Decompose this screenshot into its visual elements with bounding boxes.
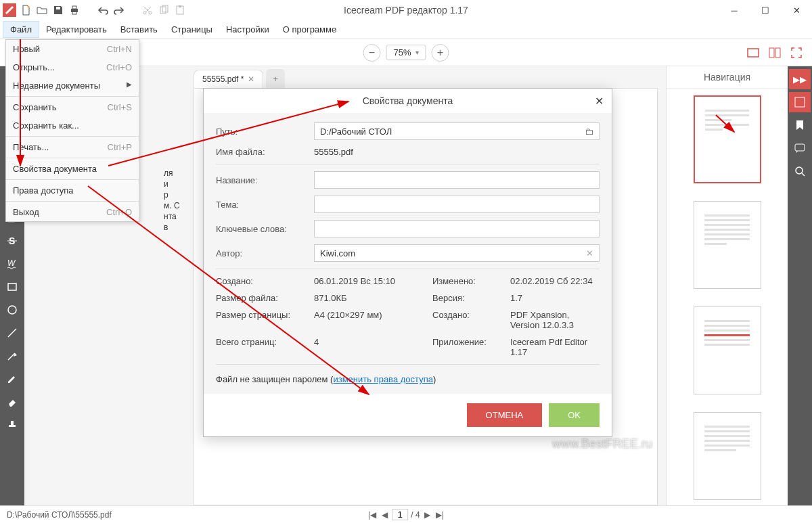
right-toolbar: ▶▶ [788, 66, 812, 505]
dd-recent[interactable]: Недавние документы▶ [6, 76, 139, 95]
subject-input[interactable] [314, 196, 600, 213]
fit-width-icon[interactable] [744, 44, 762, 62]
zoom-out-button[interactable]: − [363, 44, 380, 62]
page-total: / 4 [411, 510, 420, 520]
strikethrough-tool[interactable]: S [1, 230, 23, 252]
search-icon[interactable] [789, 161, 811, 181]
svg-text:W: W [7, 258, 16, 268]
minimize-button[interactable]: ─ [719, 0, 750, 20]
next-page-button[interactable]: ▶ [423, 510, 432, 520]
doc-properties-dialog: Свойства документа ✕ Путь:D:/Рабочий СТО… [203, 88, 612, 437]
svg-point-26 [796, 167, 803, 174]
thumbnails-icon[interactable] [789, 92, 811, 112]
window-controls: ─ ☐ ✕ [719, 0, 812, 20]
dd-doc-properties[interactable]: Свойства документа [6, 160, 139, 178]
thumb-3[interactable] [694, 306, 761, 394]
menu-file[interactable]: Файл [3, 21, 39, 38]
created-value: 06.01.2019 Вс 15:10 [314, 276, 432, 286]
add-tab-button[interactable]: + [266, 69, 285, 88]
folder-icon[interactable]: 🗀 [585, 127, 593, 137]
svg-rect-11 [775, 48, 780, 58]
doc-tab[interactable]: 55555.pdf *✕ [194, 70, 263, 88]
thumbnails: 1 2 3 4 [667, 89, 788, 505]
menu-about[interactable]: О программе [276, 22, 344, 37]
menu-edit[interactable]: Редактировать [39, 22, 114, 37]
pencil-tool[interactable] [1, 368, 23, 390]
zoom-controls: − 75%▾ + [363, 44, 449, 62]
svg-rect-25 [795, 144, 805, 151]
comments-icon[interactable] [789, 138, 811, 158]
save-icon[interactable] [51, 3, 65, 17]
menu-settings[interactable]: Настройки [219, 22, 276, 37]
dd-exit[interactable]: ВыходCtrl+Q [6, 203, 139, 221]
view-icons [744, 44, 805, 62]
close-tab-icon[interactable]: ✕ [248, 74, 254, 84]
watermark: www.BestFREE.ru [552, 437, 652, 451]
thumb-4[interactable] [694, 412, 761, 500]
keywords-input[interactable] [314, 220, 600, 237]
svg-line-27 [802, 173, 805, 176]
svg-rect-0 [56, 7, 60, 9]
dd-save[interactable]: СохранитьCtrl+S [6, 98, 139, 116]
prev-page-button[interactable]: ◀ [380, 510, 389, 520]
redo-icon[interactable] [112, 3, 126, 17]
paste-icon[interactable] [173, 3, 187, 17]
ok-button[interactable]: OK [549, 403, 600, 427]
fit-page-icon[interactable] [766, 44, 784, 62]
svg-rect-24 [795, 97, 805, 107]
dd-print[interactable]: Печать...Ctrl+P [6, 138, 139, 156]
bookmarks-icon[interactable] [789, 115, 811, 135]
clear-icon[interactable]: ✕ [586, 248, 593, 258]
new-file-icon[interactable] [19, 3, 32, 17]
svg-rect-20 [8, 283, 16, 290]
quick-toolbar [0, 3, 189, 17]
wavy-tool[interactable]: W [1, 253, 23, 275]
print-icon[interactable] [68, 3, 81, 17]
open-folder-icon[interactable] [35, 3, 49, 17]
svg-point-21 [8, 306, 16, 314]
dialog-body: Путь:D:/Рабочий СТОЛ🗀 Имя файла:55555.pd… [204, 113, 612, 394]
rectangle-tool[interactable] [1, 276, 23, 298]
path-field[interactable]: D:/Рабочий СТОЛ🗀 [314, 122, 600, 140]
collapse-nav-icon[interactable]: ▶▶ [789, 69, 811, 89]
copy-icon[interactable] [157, 3, 171, 17]
first-page-button[interactable]: |◀ [367, 510, 378, 520]
zoom-in-button[interactable]: + [432, 44, 449, 62]
stamp-tool[interactable] [1, 414, 23, 436]
app-value: Icecream Pdf Editor 1.17 [510, 337, 600, 357]
dialog-buttons: ОТМЕНА OK [204, 394, 612, 436]
close-button[interactable]: ✕ [781, 0, 812, 20]
svg-rect-10 [769, 48, 774, 58]
maximize-button[interactable]: ☐ [750, 0, 781, 20]
line-tool[interactable] [1, 322, 23, 344]
statusbar: D:\Рабочий СТОЛ\55555.pdf |◀ ◀ / 4 ▶ ▶| [0, 505, 812, 523]
menu-pages[interactable]: Страницы [164, 22, 219, 37]
pages-value: 4 [314, 337, 432, 357]
version-value: 1.7 [510, 293, 600, 303]
undo-icon[interactable] [96, 3, 110, 17]
creator-value: PDF Xpansion, Version 12.0.3.3 [510, 310, 600, 330]
ellipse-tool[interactable] [1, 299, 23, 321]
arrow-tool[interactable] [1, 345, 23, 367]
cut-icon[interactable] [141, 3, 154, 17]
last-page-button[interactable]: ▶| [434, 510, 445, 520]
change-permissions-link[interactable]: изменить права доступа [333, 374, 432, 384]
status-filepath: D:\Рабочий СТОЛ\55555.pdf [7, 510, 112, 520]
fullscreen-icon[interactable] [788, 44, 805, 62]
dd-new[interactable]: НовыйCtrl+N [6, 40, 139, 58]
dd-save-as[interactable]: Сохранить как... [6, 116, 139, 135]
menu-insert[interactable]: Вставить [114, 22, 164, 37]
protection-text: Файл не защищен паролем (изменить права … [216, 374, 600, 384]
dd-open[interactable]: Открыть...Ctrl+O [6, 58, 139, 76]
page-nav: |◀ ◀ / 4 ▶ ▶| [367, 509, 445, 520]
page-input[interactable] [392, 509, 408, 520]
dd-permissions[interactable]: Права доступа [6, 181, 139, 200]
author-input[interactable]: Kiwi.com✕ [314, 244, 600, 262]
cancel-button[interactable]: ОТМЕНА [467, 403, 543, 427]
eraser-tool[interactable] [1, 391, 23, 413]
dialog-close-button[interactable]: ✕ [595, 95, 604, 108]
thumb-1[interactable] [694, 95, 761, 183]
thumb-2[interactable] [694, 201, 761, 289]
zoom-combo[interactable]: 75%▾ [386, 45, 426, 60]
title-input[interactable] [314, 171, 600, 189]
